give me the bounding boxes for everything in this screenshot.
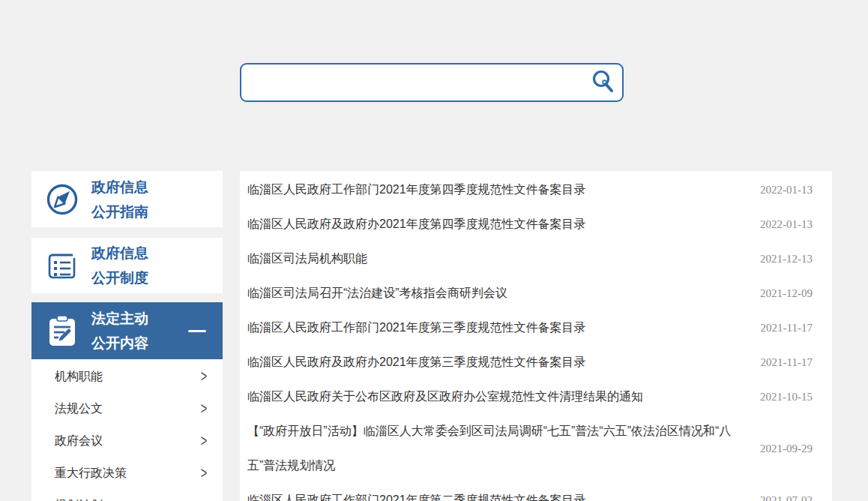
compass-icon	[45, 182, 79, 217]
article-date: 2021-12-09	[760, 287, 813, 300]
ledger-icon	[45, 248, 79, 283]
clipboard-pencil-icon	[45, 314, 79, 348]
submenu-label: 重大行政决策	[55, 466, 127, 482]
article-list: 临淄区人民政府工作部门2021年度第四季度规范性文件备案目录 2022-01-1…	[240, 171, 832, 501]
chevron-right-icon: >	[201, 496, 207, 501]
submenu-label: 规划计划	[55, 498, 103, 501]
search-box	[240, 63, 624, 102]
list-item: 临淄区人民政府工作部门2021年度第四季度规范性文件备案目录 2022-01-1…	[247, 172, 813, 207]
sidebar-item-statutory-disclosure[interactable]: 法定主动 公开内容	[31, 302, 223, 359]
article-link[interactable]: 临淄区司法局机构职能	[247, 242, 747, 276]
sidebar-item-label: 政府信息 公开指南	[91, 175, 148, 224]
list-item: 临淄区人民政府工作部门2021年度第二季度规范性文件备案目录 2021-07-0…	[247, 483, 813, 501]
submenu-label: 机构职能	[55, 369, 103, 385]
sidebar-submenu: 机构职能 > 法规公文 > 政府会议 > 重大行政决策 > 规划计划 >	[31, 359, 223, 501]
list-item: 临淄区人民政府关于公布区政府及区政府办公室规范性文件清理结果的通知 2021-1…	[247, 380, 813, 414]
article-date: 2022-01-13	[760, 184, 813, 196]
submenu-label: 政府会议	[55, 434, 103, 449]
list-item: 【“政府开放日”活动】临淄区人大常委会到区司法局调研“七五”普法“六五”依法治区…	[247, 414, 813, 483]
submenu-item-gov-meetings[interactable]: 政府会议 >	[31, 425, 223, 458]
sidebar-item-label: 法定主动 公开内容	[91, 306, 148, 356]
article-link[interactable]: 临淄区人民政府工作部门2021年度第二季度规范性文件备案目录	[247, 483, 747, 501]
article-date: 2021-10-15	[760, 391, 813, 404]
sidebar-item-gov-info-system[interactable]: 政府信息 公开制度	[31, 238, 223, 293]
article-date: 2021-11-17	[761, 356, 813, 369]
list-item: 临淄区人民政府及政府办2021年度第三季度规范性文件备案目录 2021-11-1…	[247, 345, 813, 380]
article-list-panel: 临淄区人民政府工作部门2021年度第四季度规范性文件备案目录 2022-01-1…	[240, 171, 832, 501]
article-date: 2022-01-13	[760, 218, 813, 231]
sidebar: 政府信息 公开指南 政府信息 公开制度	[31, 171, 223, 501]
article-link[interactable]: 【“政府开放日”活动】临淄区人大常委会到区司法局调研“七五”普法“六五”依法治区…	[247, 414, 747, 483]
chevron-right-icon: >	[201, 432, 207, 451]
submenu-item-plans[interactable]: 规划计划 >	[31, 490, 223, 501]
list-item: 临淄区人民政府工作部门2021年度第三季度规范性文件备案目录 2021-11-1…	[247, 310, 813, 345]
article-link[interactable]: 临淄区人民政府工作部门2021年度第四季度规范性文件备案目录	[247, 172, 747, 207]
chevron-right-icon: >	[201, 464, 207, 483]
chevron-right-icon: >	[201, 400, 207, 418]
sidebar-item-label: 政府信息 公开制度	[91, 241, 148, 290]
article-link[interactable]: 临淄区人民政府及政府办2021年度第三季度规范性文件备案目录	[247, 345, 747, 380]
article-date: 2021-07-02	[760, 494, 813, 501]
submenu-item-regulations[interactable]: 法规公文 >	[31, 393, 223, 425]
article-link[interactable]: 临淄区人民政府关于公布区政府及区政府办公室规范性文件清理结果的通知	[247, 380, 747, 414]
search-input[interactable]	[241, 64, 586, 100]
article-link[interactable]: 临淄区人民政府及政府办2021年度第四季度规范性文件备案目录	[247, 207, 747, 242]
search-icon	[590, 69, 617, 96]
sidebar-item-gov-info-guide[interactable]: 政府信息 公开指南	[31, 171, 223, 227]
submenu-item-major-decisions[interactable]: 重大行政决策 >	[31, 458, 223, 490]
submenu-item-org-functions[interactable]: 机构职能 >	[31, 361, 223, 393]
submenu-label: 法规公文	[55, 401, 103, 417]
article-link[interactable]: 临淄区人民政府工作部门2021年度第三季度规范性文件备案目录	[247, 310, 747, 345]
article-date: 2021-11-17	[761, 322, 813, 334]
list-item: 临淄区人民政府及政府办2021年度第四季度规范性文件备案目录 2022-01-1…	[247, 207, 813, 242]
article-date: 2021-12-13	[760, 253, 813, 266]
collapse-indicator-icon[interactable]	[188, 330, 206, 332]
article-link[interactable]: 临淄区司法局召开“法治建设”考核指会商研判会议	[247, 276, 747, 310]
list-item: 临淄区司法局召开“法治建设”考核指会商研判会议 2021-12-09	[247, 276, 813, 310]
chevron-right-icon: >	[201, 368, 207, 386]
article-date: 2021-09-29	[760, 442, 813, 455]
search-button[interactable]	[586, 65, 621, 100]
page: 政府信息 公开指南 政府信息 公开制度	[0, 0, 868, 501]
list-item: 临淄区司法局机构职能 2021-12-13	[247, 242, 813, 276]
